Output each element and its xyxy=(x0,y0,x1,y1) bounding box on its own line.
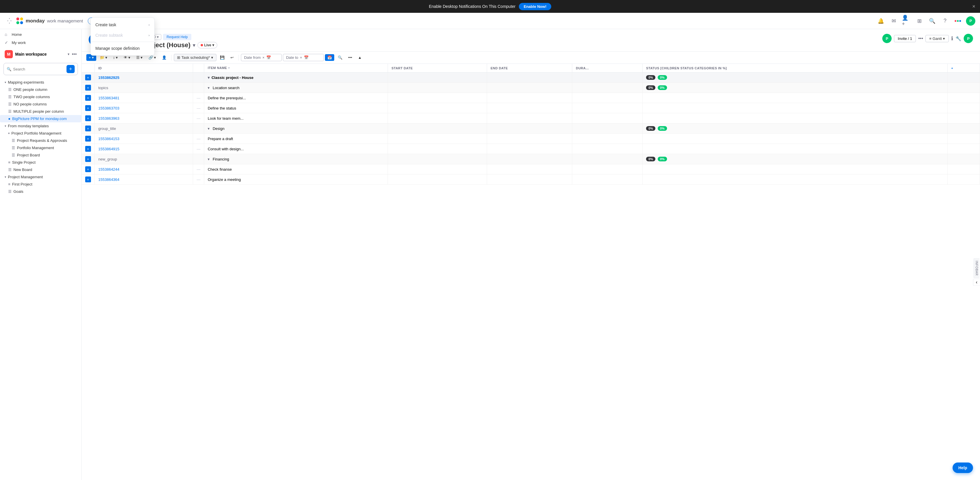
row-icon-cell: ≡ xyxy=(82,174,95,185)
search-input[interactable] xyxy=(13,67,65,71)
date-from-clear[interactable]: × xyxy=(262,55,264,60)
sidebar-item-two-people[interactable]: ☰ TWO people columns xyxy=(0,93,81,100)
dropdown-item-manage-scope[interactable]: Manage scope definition xyxy=(91,43,154,54)
workspace-more[interactable]: ••• xyxy=(72,52,77,57)
table-row: ≡ 1553864244 — Check finanse xyxy=(82,164,980,174)
apps-icon[interactable]: ⊞ xyxy=(915,16,924,25)
row-id-cell[interactable]: 1553863963 xyxy=(95,113,193,124)
row-id-cell[interactable]: 1553863703 xyxy=(95,103,193,113)
row-id-cell[interactable]: 1553863481 xyxy=(95,93,193,103)
item-id[interactable]: 1553863963 xyxy=(98,116,119,120)
sidebar-item-no-people[interactable]: ☰ NO people columns xyxy=(0,100,81,108)
group-title: Classic project - House xyxy=(212,75,253,80)
workspace-chevron[interactable]: ▾ xyxy=(68,52,69,56)
item-id[interactable]: 1553864915 xyxy=(98,147,119,151)
table-search-button[interactable]: 🔍 xyxy=(336,54,345,61)
calendar-icon[interactable]: 📅 xyxy=(266,55,271,60)
sidebar-section-templates[interactable]: ▾ From monday templates xyxy=(0,122,81,130)
gantt-button[interactable]: ≡ Gantt ▾ xyxy=(926,35,949,42)
row-name-cell: Prepare a draft xyxy=(204,134,388,144)
sidebar-item-home[interactable]: ⌂ Home xyxy=(0,30,81,38)
wrench-icon[interactable]: 🔧 xyxy=(956,36,961,41)
invite-button[interactable]: Invite / 1 xyxy=(894,35,916,42)
save-button[interactable]: 💾 xyxy=(218,54,227,61)
sidebar-item-bigpicture[interactable]: ● BigPicture PPM for monday.com xyxy=(0,115,81,122)
item-label: MULTIPLE people per column xyxy=(13,109,64,114)
sidebar-item-project-board[interactable]: ☰ Project Board xyxy=(0,152,81,159)
item-label: BigPicture PPM for monday.com xyxy=(12,117,67,121)
sub-chevron[interactable]: ▾ xyxy=(208,127,210,131)
row-arrow-cell: — xyxy=(193,174,204,185)
sidebar-item-goals[interactable]: ☰ Goals xyxy=(0,188,81,195)
sub-group-title: Financing xyxy=(213,157,229,162)
col-item-name[interactable]: ITEM NAME ▾ xyxy=(204,64,388,73)
item-id[interactable]: 1553864244 xyxy=(98,167,119,171)
request-help-button[interactable]: Request Help xyxy=(163,34,191,40)
sidebar-section-pm[interactable]: ▾ Project Management xyxy=(0,173,81,181)
row-id-cell[interactable]: 1553864153 xyxy=(95,134,193,144)
undo-button[interactable]: ↩ xyxy=(228,54,236,61)
row-plus xyxy=(948,154,980,164)
item-id[interactable]: 1553863703 xyxy=(98,106,119,110)
date-to-input[interactable]: Date to × 📅 xyxy=(283,54,324,61)
inbox-icon[interactable]: ✉ xyxy=(889,16,898,25)
more-options-button[interactable]: ••• xyxy=(346,54,355,61)
dropdown-item-create-subtask[interactable]: Create subtask › xyxy=(91,30,154,41)
infobar-tab[interactable]: INFOBAR xyxy=(974,258,979,278)
sidebar-item-requests[interactable]: ☰ Project Requests & Approvals xyxy=(0,137,81,144)
sub-chevron[interactable]: ▾ xyxy=(208,157,210,162)
project-more-button[interactable]: ••• xyxy=(918,36,923,41)
item-id[interactable]: 1553864364 xyxy=(98,177,119,182)
row-id-cell: topics xyxy=(95,83,193,93)
help-icon[interactable]: ? xyxy=(940,16,950,25)
help-button[interactable]: Help xyxy=(953,463,973,473)
row-id-cell[interactable]: 1553864364 xyxy=(95,174,193,185)
sidebar-item-first-project[interactable]: ≡ First Project xyxy=(0,181,81,188)
sidebar-item-mywork[interactable]: ✓ My work xyxy=(0,38,81,47)
col-add[interactable]: + xyxy=(948,64,980,73)
info-icon[interactable]: ℹ xyxy=(951,35,953,42)
sidebar-item-multiple-people[interactable]: ☰ MULTIPLE people per column xyxy=(0,108,81,115)
item-id[interactable]: 1553862925 xyxy=(98,75,119,80)
invite-icon[interactable]: 👤+ xyxy=(902,16,911,25)
notif-close-button[interactable]: × xyxy=(972,3,975,10)
infobar-collapse[interactable]: ‹ xyxy=(973,279,980,286)
sidebar-item-portfolio[interactable]: ☰ Portfolio Management xyxy=(0,144,81,152)
row-id-cell[interactable]: 1553864244 xyxy=(95,164,193,174)
user-avatar[interactable]: P xyxy=(966,16,975,25)
task-scheduling-button[interactable]: ⊞ Task scheduling* ▾ xyxy=(174,54,216,61)
live-badge[interactable]: Live ▾ xyxy=(197,42,217,48)
table-row: ≡ 1553864364 — Organize a meeting xyxy=(82,174,980,185)
add-chevron: ▾ xyxy=(92,55,94,60)
calendar-icon-2[interactable]: 📅 xyxy=(304,55,309,60)
date-to-clear[interactable]: × xyxy=(300,55,302,60)
project-user-avatar[interactable]: P xyxy=(964,34,973,43)
row-id-cell[interactable]: 1553862925 xyxy=(95,73,193,83)
sidebar-item-ppm[interactable]: ▾ Project Portfolio Management xyxy=(0,130,81,137)
collapse-button[interactable]: ▲ xyxy=(356,54,364,61)
sidebar-item-one-people[interactable]: ☰ ONE people column xyxy=(0,86,81,93)
board-icon: ☰ xyxy=(8,109,12,114)
item-id[interactable]: 1553863481 xyxy=(98,96,119,100)
group-chevron[interactable]: ▾ xyxy=(208,75,210,80)
board-icon: ☰ xyxy=(12,138,15,143)
enable-now-button[interactable]: Enable Now! xyxy=(519,3,551,10)
col-id: ID xyxy=(95,64,193,73)
calendar-view-button[interactable]: 📅 xyxy=(325,54,334,61)
search-icon[interactable]: 🔍 xyxy=(928,16,937,25)
grid-menu-icon[interactable]: ⁛ xyxy=(5,16,14,25)
sidebar-item-new-board[interactable]: ☰ New Board xyxy=(0,166,81,173)
add-button[interactable]: + xyxy=(67,65,75,73)
sidebar-item-single-project[interactable]: ≡ Single Project xyxy=(0,159,81,166)
group-id: topics xyxy=(98,86,108,90)
project-name-chevron[interactable]: ▾ xyxy=(193,43,195,48)
person-button[interactable]: 👤 xyxy=(159,54,169,61)
date-from-input[interactable]: Date from × 📅 xyxy=(241,54,282,61)
eye-icon: 👁 xyxy=(124,55,127,60)
item-id[interactable]: 1553864153 xyxy=(98,136,119,141)
sub-chevron[interactable]: ▾ xyxy=(208,86,210,90)
sidebar-section-mapping[interactable]: ▾ Mapping experiments xyxy=(0,79,81,86)
bell-icon[interactable]: 🔔 xyxy=(876,16,886,25)
toolbar-separator-2 xyxy=(238,55,239,60)
row-id-cell[interactable]: 1553864915 xyxy=(95,144,193,154)
